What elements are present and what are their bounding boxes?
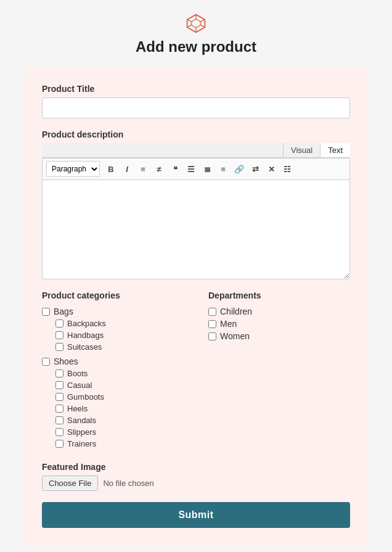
product-description-group: Product description Visual Text Paragrap… (42, 130, 350, 279)
checkbox-trainers[interactable] (55, 440, 63, 448)
submit-button[interactable]: Submit (42, 502, 350, 528)
link-button[interactable]: 🔗 (232, 162, 247, 176)
category-backpacks-label: Backpacks (67, 319, 106, 328)
category-backpacks: Backpacks (55, 319, 184, 328)
blockquote-button[interactable]: ❝ (168, 162, 182, 176)
dept-women: Women (208, 331, 350, 341)
category-sandals: Sandals (55, 416, 184, 425)
fullscreen-button[interactable]: ✕ (264, 162, 279, 176)
category-boots: Boots (55, 369, 184, 378)
unordered-list-button[interactable]: ≡ (136, 162, 150, 176)
dept-children: Children (208, 307, 350, 316)
svg-marker-1 (192, 19, 200, 28)
category-trainers: Trainers (55, 439, 184, 448)
category-slippers: Slippers (55, 427, 184, 437)
dept-women-label: Women (220, 331, 250, 341)
svg-line-7 (187, 20, 192, 22)
product-title-label: Product Title (42, 84, 350, 94)
editor-content-area[interactable] (43, 180, 349, 279)
checkbox-gumboots[interactable] (55, 393, 63, 401)
product-categories-title: Product categories (42, 290, 184, 300)
italic-button[interactable]: I (120, 162, 134, 176)
file-input-row: Choose File No file chosen (42, 476, 350, 491)
checkbox-handbags[interactable] (55, 331, 63, 339)
checkbox-slippers[interactable] (55, 428, 63, 436)
checkbox-sandals[interactable] (55, 416, 63, 424)
category-casual-label: Casual (67, 381, 92, 390)
svg-line-4 (200, 25, 205, 28)
shoes-subcategories: Boots Casual Gumboots Heels Sandals (55, 369, 184, 448)
dept-children-label: Children (220, 307, 252, 316)
category-boots-label: Boots (67, 369, 88, 378)
product-title-group: Product Title (42, 84, 350, 118)
category-bags: Bags (42, 307, 184, 316)
svg-line-6 (187, 25, 192, 28)
checkbox-suitcases[interactable] (55, 343, 63, 351)
checkbox-backpacks[interactable] (55, 319, 63, 327)
checkbox-women[interactable] (208, 332, 216, 340)
bold-button[interactable]: B (104, 162, 118, 176)
featured-image-label: Featured Image (42, 462, 350, 472)
category-heels-label: Heels (67, 404, 88, 413)
category-slippers-label: Slippers (67, 427, 96, 437)
align-left-button[interactable]: ☰ (184, 162, 198, 176)
dept-men: Men (208, 319, 350, 329)
tab-text[interactable]: Text (320, 143, 350, 157)
category-sandals-label: Sandals (67, 416, 96, 425)
category-handbags-label: Handbags (67, 331, 104, 340)
logo-icon (185, 12, 207, 35)
categories-departments-row: Product categories Bags Backpacks Handba… (42, 290, 350, 451)
file-name-display: No file chosen (103, 479, 153, 488)
align-center-button[interactable]: ≣ (200, 162, 214, 176)
departments-title: Departments (208, 290, 350, 300)
featured-image-section: Featured Image Choose File No file chose… (42, 462, 350, 491)
category-trainers-label: Trainers (67, 439, 96, 448)
paragraph-select[interactable]: Paragraph (46, 161, 100, 177)
departments-section: Departments Children Men Women (208, 290, 350, 451)
checkbox-bags[interactable] (42, 308, 50, 316)
checkbox-casual[interactable] (55, 381, 63, 389)
indent-button[interactable]: ⇄ (248, 162, 263, 176)
form-container: Product Title Product description Visual… (23, 67, 369, 546)
product-categories-section: Product categories Bags Backpacks Handba… (42, 290, 184, 451)
category-handbags: Handbags (55, 331, 184, 340)
editor-tabs: Visual Text (42, 143, 350, 158)
category-gumboots: Gumboots (55, 392, 184, 402)
editor-toolbar: Paragraph B I ≡ ≠ ❝ ☰ ≣ ≡ 🔗 ⇄ ✕ ☷ (43, 159, 349, 180)
product-title-input[interactable] (42, 97, 350, 118)
category-heels: Heels (55, 404, 184, 413)
dept-men-label: Men (220, 319, 237, 329)
checkbox-men[interactable] (208, 320, 216, 328)
align-right-button[interactable]: ≡ (216, 162, 231, 176)
choose-file-button[interactable]: Choose File (42, 476, 98, 491)
product-description-label: Product description (42, 130, 350, 139)
tab-visual[interactable]: Visual (283, 143, 320, 157)
category-gumboots-label: Gumboots (67, 392, 104, 402)
page-title: Add new product (136, 38, 256, 56)
table-button[interactable]: ☷ (280, 162, 295, 176)
ordered-list-button[interactable]: ≠ (152, 162, 166, 176)
checkbox-boots[interactable] (55, 369, 63, 377)
checkbox-children[interactable] (208, 308, 216, 316)
editor-wrapper: Paragraph B I ≡ ≠ ❝ ☰ ≣ ≡ 🔗 ⇄ ✕ ☷ (42, 158, 350, 279)
checkbox-shoes[interactable] (42, 358, 50, 366)
bags-subcategories: Backpacks Handbags Suitcases (55, 319, 184, 352)
page-header: Add new product (136, 12, 256, 56)
category-shoes-label: Shoes (54, 356, 78, 366)
svg-line-3 (200, 20, 205, 22)
category-shoes: Shoes (42, 356, 184, 366)
category-bags-label: Bags (54, 307, 73, 316)
category-casual: Casual (55, 381, 184, 390)
category-suitcases-label: Suitcases (67, 342, 102, 352)
category-suitcases: Suitcases (55, 342, 184, 352)
checkbox-heels[interactable] (55, 405, 63, 413)
